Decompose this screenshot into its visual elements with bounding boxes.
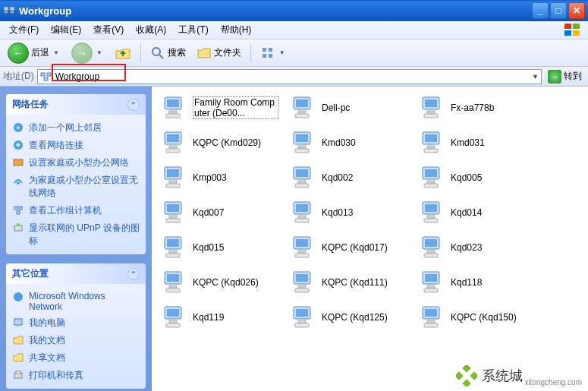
svg-rect-61 [296,169,308,177]
computer-label: Kqd119 [193,312,279,323]
collapse-icon[interactable]: ⌃ [127,99,140,111]
place-item[interactable]: 共享文档 [12,349,140,367]
menu-file[interactable]: 文件(F) [3,22,45,38]
computer-item[interactable]: KQPC (Kqd150) [417,302,539,333]
svg-rect-106 [169,320,177,323]
panel-header[interactable]: 其它位置 ⌃ [6,263,146,284]
computer-item[interactable]: Kqd119 [159,302,281,333]
chevron-down-icon[interactable]: ▼ [52,49,61,56]
computer-item[interactable]: Kqd013 [288,197,410,228]
task-icon: + [12,121,24,134]
svg-rect-83 [166,254,180,257]
chevron-down-icon[interactable]: ▼ [532,73,539,80]
computer-item[interactable]: Family Room Computer (De00... [159,93,281,123]
svg-rect-85 [296,239,308,247]
computer-label: KQPC (Kqd111) [322,277,408,288]
computer-icon [290,199,317,226]
collapse-icon[interactable]: ⌃ [127,268,140,280]
back-button[interactable]: ← 后退 ▼ [5,41,64,65]
task-item[interactable]: 显示联网的 UPnP 设备的图标 [12,219,140,250]
computer-item[interactable]: Kmd030 [288,128,410,158]
computer-item[interactable]: Fx-aa778b [417,93,539,123]
folder-up-icon [115,45,131,61]
computer-icon [419,269,446,296]
panel-header[interactable]: 网络任务 ⌃ [6,94,146,115]
svg-point-26 [17,223,20,226]
svg-rect-20 [14,159,23,166]
search-button[interactable]: 搜索 [147,44,189,62]
task-item[interactable]: 设置家庭或小型办公网络 [12,154,140,172]
computer-item[interactable]: Kqd014 [417,197,539,228]
forward-button[interactable]: → ▼ [68,41,107,65]
computer-item[interactable]: KQPC (Kqd111) [288,267,410,298]
computer-item[interactable]: KQPC (Kmd029) [159,128,281,158]
task-icon [12,204,24,216]
folders-button[interactable]: 文件夹 [193,44,244,62]
svg-line-9 [159,55,163,58]
computer-item[interactable]: Kmp003 [159,162,281,193]
up-button[interactable] [112,43,134,63]
computer-item[interactable]: Kmd031 [417,128,539,158]
close-button[interactable]: ✕ [568,2,585,19]
svg-rect-95 [166,289,180,292]
workgroup-icon [3,5,15,17]
svg-rect-16 [44,77,48,80]
svg-rect-79 [424,219,438,222]
computer-item[interactable]: Kqd007 [159,197,281,228]
svg-rect-1 [10,7,14,11]
task-item[interactable]: +添加一个网上邻居 [12,119,140,137]
go-icon: → [548,70,561,84]
chevron-down-icon[interactable]: ▼ [278,49,287,56]
computer-item[interactable]: KQPC (Kqd026) [159,267,281,298]
computer-label: Kmd030 [322,137,408,148]
svg-rect-99 [295,289,309,292]
svg-rect-45 [167,134,179,142]
computer-label: Kqd014 [451,207,537,218]
svg-rect-91 [424,254,438,257]
menu-favorites[interactable]: 收藏(A) [130,22,172,38]
svg-rect-24 [17,211,20,214]
menu-view[interactable]: 查看(V) [87,22,130,38]
minimize-button[interactable]: _ [532,2,549,19]
task-icon [12,139,24,151]
place-item[interactable]: 我的电脑 [12,314,140,332]
svg-point-21 [17,181,20,184]
computer-item[interactable]: Kqd118 [417,267,539,298]
task-item[interactable]: 为家庭或小型办公室设置无线网络 [12,172,140,202]
computer-item[interactable]: Dell-pc [288,93,410,123]
svg-rect-6 [564,30,571,36]
computer-item[interactable]: Kqd023 [417,232,539,263]
computer-item[interactable]: Kqd005 [417,162,539,193]
views-button[interactable]: ▼ [257,44,290,62]
task-item[interactable]: 查看工作组计算机 [12,202,140,219]
svg-rect-87 [295,254,309,257]
computer-icon [161,129,188,156]
computer-item[interactable]: KQPC (Kqd017) [288,232,410,263]
svg-rect-59 [166,184,180,188]
address-input[interactable]: Workgroup ▼ [37,69,542,84]
menu-tools[interactable]: 工具(T) [172,22,214,38]
computer-icon [419,304,446,331]
maximize-button[interactable]: □ [550,2,567,19]
place-item[interactable]: 打印机和传真 [12,367,140,384]
svg-rect-114 [427,320,435,323]
place-item[interactable]: 我的文档 [12,332,140,349]
place-icon [12,291,24,303]
computer-label: KQPC (Kqd017) [322,242,408,253]
computer-item[interactable]: KQPC (Kqd125) [288,302,410,333]
task-item[interactable]: 查看网络连接 [12,137,140,154]
svg-rect-4 [564,24,571,29]
computer-item[interactable]: Kqd002 [288,162,410,193]
toolbar: ← 后退 ▼ → ▼ 搜索 文件夹 ▼ [0,39,588,67]
place-item[interactable]: Microsoft Windows Network [12,289,140,314]
menu-help[interactable]: 帮助(H) [215,22,258,38]
content-pane[interactable]: Family Room Computer (De00...Dell-pcFx-a… [152,87,588,391]
go-button[interactable]: → 转到 [545,70,585,84]
chevron-down-icon[interactable]: ▼ [95,49,104,56]
computer-item[interactable]: Kqd015 [159,232,281,263]
svg-rect-105 [167,309,179,317]
svg-rect-65 [425,169,437,177]
panel-other-places: 其它位置 ⌃ Microsoft Windows Network我的电脑我的文档… [6,263,146,389]
menu-edit[interactable]: 编辑(E) [45,22,87,38]
svg-rect-50 [298,146,306,148]
